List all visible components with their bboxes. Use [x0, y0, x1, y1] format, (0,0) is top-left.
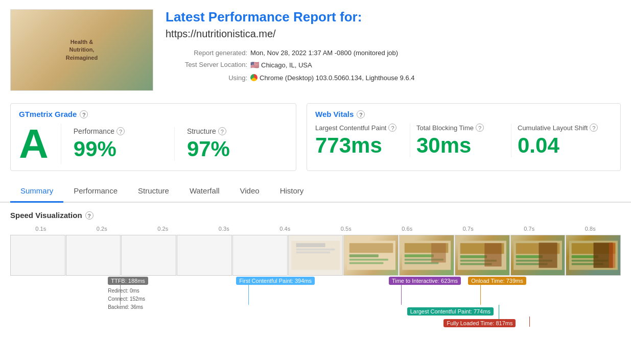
tick-8: 0.7s	[499, 226, 560, 232]
tick-7: 0.7s	[438, 226, 499, 232]
gtmetrix-section-label: GTmetrix Grade ?	[19, 110, 288, 118]
frame-4	[232, 235, 288, 276]
meta-value-report: Mon, Nov 28, 2022 1:37 AM -0800 (monitor…	[250, 47, 398, 59]
frames-row	[10, 235, 621, 276]
frame-5	[288, 235, 343, 276]
tab-video[interactable]: Video	[230, 180, 270, 203]
tick-4: 0.4s	[254, 226, 316, 232]
cls-vital: Cumulative Layout Shift ? 0.04	[511, 124, 612, 157]
chrome-icon	[250, 74, 258, 81]
frame-7	[399, 235, 454, 276]
meta-label-location: Test Server Location:	[166, 59, 247, 71]
svg-rect-6	[349, 254, 378, 257]
report-title: Latest Performance Report for:	[166, 9, 621, 25]
web-vitals-label-text: Web Vitals	[315, 110, 354, 118]
performance-label: Performance ?	[74, 127, 162, 135]
svg-rect-8	[349, 262, 383, 264]
tti-chip: Time to Interactive: 623ms	[389, 277, 461, 285]
tab-structure[interactable]: Structure	[128, 180, 179, 203]
tbt-value: 30ms	[416, 134, 505, 157]
meta-value-location: 🇺🇸 Chicago, IL, USA	[250, 59, 312, 71]
structure-label: Structure ?	[187, 127, 275, 135]
grade-metrics: Performance ? 99% Structure ? 97%	[61, 127, 288, 161]
structure-help-icon[interactable]: ?	[218, 127, 226, 135]
svg-rect-3	[296, 251, 330, 253]
web-vitals-box: Web Vitals ? Largest Contentful Paint ? …	[307, 103, 621, 171]
frame-1	[66, 235, 121, 276]
svg-rect-7	[349, 259, 388, 261]
browser-text: Chrome (Desktop) 103.0.5060.134, Lightho…	[260, 72, 415, 84]
web-vitals-help-icon[interactable]: ?	[357, 110, 365, 118]
gtmetrix-grade-box: GTmetrix Grade ? A Performance ? 99% Str…	[10, 103, 296, 171]
location-text: Chicago, IL, USA	[261, 59, 312, 71]
ticks-row: 0.1s 0.2s 0.2s 0.3s 0.4s 0.5s 0.6s 0.7s …	[10, 226, 621, 235]
frame-9	[510, 235, 566, 276]
svg-rect-20	[484, 243, 501, 266]
tabs-bar: Summary Performance Structure Waterfall …	[0, 180, 631, 203]
cls-help-icon[interactable]: ?	[590, 124, 598, 132]
flag-icon: 🇺🇸	[250, 59, 259, 71]
ttfb-chip: TTFB: 188ms	[108, 277, 148, 285]
meta-row-browser: Using: Chrome (Desktop) 103.0.5060.134, …	[166, 72, 621, 84]
svg-rect-17	[460, 255, 487, 258]
svg-rect-2	[296, 249, 335, 251]
tab-history[interactable]: History	[270, 180, 314, 203]
svg-rect-5	[349, 243, 393, 253]
tab-summary[interactable]: Summary	[10, 180, 63, 203]
speed-viz-help-icon[interactable]: ?	[85, 211, 94, 220]
grade-letter: A	[19, 124, 61, 164]
tick-3: 0.3s	[194, 226, 255, 232]
grades-section: GTmetrix Grade ? A Performance ? 99% Str…	[0, 98, 631, 178]
frame-2	[121, 235, 176, 276]
vitals-content: Largest Contentful Paint ? 773ms Total B…	[315, 124, 612, 157]
screenshot-placeholder: Health &Nutrition,Reimagined	[62, 34, 102, 66]
annotation-area: TTFB: 188ms Redirect: 0msConnect: 152msB…	[10, 277, 621, 333]
frame-6	[343, 235, 399, 276]
meta-value-browser: Chrome (Desktop) 103.0.5060.134, Lightho…	[250, 72, 415, 84]
svg-rect-26	[539, 242, 557, 268]
speed-viz-wrapper: 0.1s 0.2s 0.2s 0.3s 0.4s 0.5s 0.6s 0.7s …	[10, 226, 621, 333]
tab-performance[interactable]: Performance	[63, 180, 128, 203]
lcp-line	[499, 305, 499, 320]
tab-waterfall[interactable]: Waterfall	[179, 180, 230, 203]
fully-loaded-line	[529, 317, 530, 327]
gtmetrix-help-icon[interactable]: ?	[80, 110, 88, 118]
frame-8	[455, 235, 510, 276]
tick-1: 0.2s	[72, 226, 133, 232]
svg-rect-23	[516, 255, 543, 258]
frame-3	[177, 235, 232, 276]
tbt-label: Total Blocking Time ?	[416, 124, 505, 132]
structure-metric: Structure ? 97%	[175, 127, 288, 161]
report-url: https://nutritionistica.me/	[166, 28, 621, 40]
page-header: Health &Nutrition,Reimagined Latest Perf…	[0, 0, 631, 98]
tbt-vital: Total Blocking Time ? 30ms	[410, 124, 511, 157]
header-info: Latest Performance Report for: https://n…	[166, 9, 621, 84]
web-vitals-section-label: Web Vitals ?	[315, 110, 612, 118]
frame-10	[566, 235, 621, 276]
gtmetrix-label-text: GTmetrix Grade	[19, 110, 77, 118]
performance-help-icon[interactable]: ?	[116, 127, 125, 135]
ttfb-sub: Redirect: 0msConnect: 152msBackend: 36ms	[108, 287, 145, 311]
onload-chip: Onload Time: 739ms	[468, 277, 526, 285]
tick-0: 0.1s	[10, 226, 72, 232]
svg-rect-1	[296, 243, 325, 247]
speed-section: Speed Visualization ? 0.1s 0.2s 0.2s 0.3…	[0, 203, 631, 333]
tbt-help-icon[interactable]: ?	[476, 124, 484, 132]
meta-label-report: Report generated:	[166, 47, 247, 59]
tick-2: 0.2s	[132, 226, 194, 232]
grade-content: A Performance ? 99% Structure ? 97%	[19, 124, 288, 164]
performance-value: 99%	[74, 137, 162, 161]
site-screenshot: Health &Nutrition,Reimagined	[10, 9, 153, 91]
header-meta: Report generated: Mon, Nov 28, 2022 1:37…	[166, 47, 621, 84]
lcp-help-icon[interactable]: ?	[388, 124, 396, 132]
lcp-value: 773ms	[315, 134, 404, 157]
svg-rect-11	[405, 254, 434, 257]
svg-rect-14	[432, 243, 447, 262]
structure-value: 97%	[187, 137, 275, 161]
frame-0	[10, 235, 65, 276]
lcp-label: Largest Contentful Paint ?	[315, 124, 404, 132]
meta-row-location: Test Server Location: 🇺🇸 Chicago, IL, US…	[166, 59, 621, 71]
tick-6: 0.6s	[377, 226, 438, 232]
cls-label: Cumulative Layout Shift ?	[518, 124, 606, 132]
tick-9: 0.8s	[560, 226, 621, 232]
